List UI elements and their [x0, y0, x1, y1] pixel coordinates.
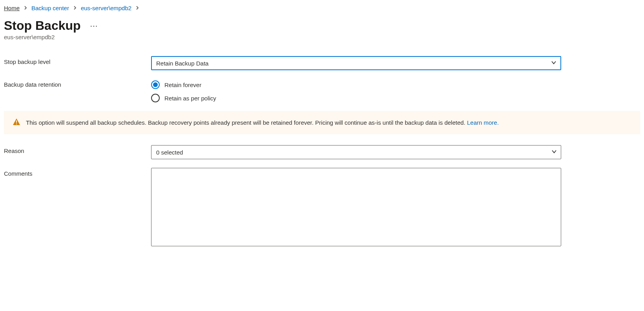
page-subtitle: eus-server\empdb2	[4, 34, 640, 40]
retention-radio-group: Retain forever Retain as per policy	[151, 79, 561, 102]
retention-radio-policy[interactable]: Retain as per policy	[151, 94, 561, 102]
more-actions-button[interactable]: ···	[89, 20, 100, 32]
learn-more-link[interactable]: Learn more.	[467, 119, 499, 126]
retention-radio-policy-label: Retain as per policy	[164, 95, 216, 102]
warning-banner: This option will suspend all backup sche…	[4, 111, 640, 134]
radio-unchecked-icon	[151, 94, 160, 102]
breadcrumb-backup-center-link[interactable]: Backup center	[31, 5, 69, 11]
chevron-right-icon	[73, 5, 77, 11]
chevron-right-icon	[135, 5, 139, 11]
chevron-down-icon	[551, 149, 557, 156]
breadcrumb-home-link[interactable]: Home	[4, 5, 20, 11]
reason-select[interactable]: 0 selected	[151, 145, 561, 159]
warning-message: This option will suspend all backup sche…	[26, 119, 499, 126]
reason-label: Reason	[4, 145, 151, 154]
page-title: Stop Backup	[4, 18, 81, 33]
retention-radio-forever[interactable]: Retain forever	[151, 80, 561, 89]
reason-select-value: 0 selected	[156, 149, 183, 156]
breadcrumb: Home Backup center eus-server\empdb2	[4, 5, 640, 11]
svg-rect-1	[16, 124, 17, 124]
chevron-right-icon	[24, 5, 27, 11]
radio-checked-icon	[151, 80, 160, 89]
breadcrumb-resource-link[interactable]: eus-server\empdb2	[81, 5, 131, 11]
chevron-down-icon	[551, 60, 556, 67]
comments-textarea[interactable]	[151, 168, 561, 246]
warning-icon	[13, 118, 20, 127]
svg-rect-0	[16, 120, 17, 123]
stop-backup-level-select[interactable]: Retain Backup Data	[151, 56, 561, 70]
stop-backup-level-label: Stop backup level	[4, 56, 151, 65]
retention-radio-forever-label: Retain forever	[164, 82, 201, 88]
comments-label: Comments	[4, 168, 151, 177]
stop-backup-level-value: Retain Backup Data	[156, 60, 208, 67]
backup-data-retention-label: Backup data retention	[4, 79, 151, 88]
